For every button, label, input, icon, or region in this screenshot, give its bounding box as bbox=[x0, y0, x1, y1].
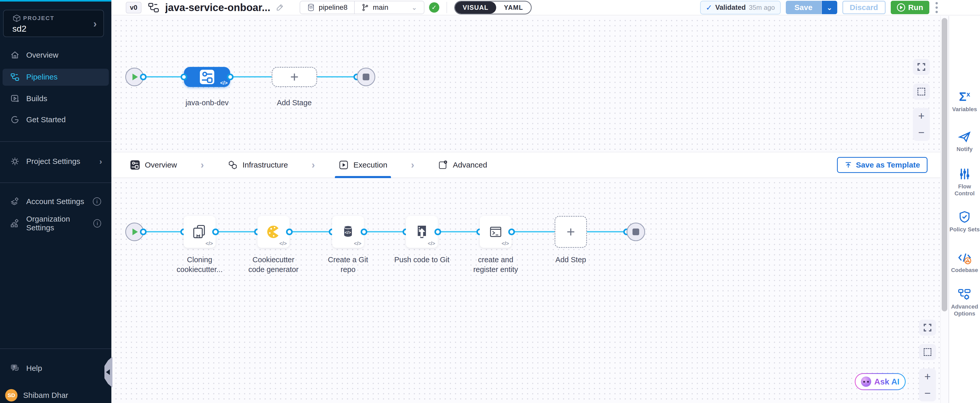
sidebar-item-builds[interactable]: Builds bbox=[0, 90, 111, 107]
collapse-arrow-icon bbox=[106, 369, 110, 375]
sidebar-item-get-started[interactable]: Get Started bbox=[0, 112, 111, 128]
toolbar-item-advanced-options[interactable]: Advanced Options bbox=[949, 287, 980, 317]
vertical-scrollbar[interactable] bbox=[940, 16, 949, 403]
execution-end-node[interactable] bbox=[627, 223, 645, 241]
user-menu[interactable]: SD Shibam Dhar bbox=[0, 387, 111, 403]
code-badge-icon: </> bbox=[354, 241, 361, 247]
tab-infrastructure[interactable]: Infrastructure bbox=[226, 152, 290, 178]
version-badge: v0 bbox=[126, 2, 142, 13]
toolbar-item-variables[interactable]: Σx Variables bbox=[949, 89, 980, 113]
fullscreen-icon bbox=[917, 62, 926, 71]
pipeline-file-segment[interactable]: </> pipeline8 bbox=[300, 1, 354, 14]
toolbar-item-codebase[interactable]: Codebase bbox=[949, 250, 980, 274]
tab-execution[interactable]: Execution bbox=[337, 152, 389, 178]
execution-graph-canvas[interactable]: </> Cloning cookiecutter... </> Cookiecu… bbox=[111, 178, 941, 403]
run-button[interactable]: Run bbox=[891, 1, 929, 14]
pipeline-end-node[interactable] bbox=[357, 68, 375, 86]
pipeline-gear-icon bbox=[958, 287, 971, 301]
sidebar-item-help[interactable]: ? Help bbox=[0, 360, 111, 376]
info-icon[interactable]: i bbox=[93, 198, 101, 205]
sidebar-item-project-settings[interactable]: Project Settings › bbox=[0, 153, 111, 170]
canvas-fullscreen-button[interactable] bbox=[919, 320, 936, 336]
validation-status[interactable]: ✓ Validated 35m ago bbox=[700, 1, 781, 14]
builds-icon bbox=[10, 94, 19, 103]
zoom-in-button[interactable]: + bbox=[918, 111, 925, 121]
toolbar-label: Notify bbox=[949, 146, 980, 153]
connector-dot[interactable] bbox=[227, 73, 234, 80]
hexagons-icon bbox=[228, 160, 238, 170]
add-stage-button[interactable]: + bbox=[272, 67, 317, 87]
pipeline-source-selector[interactable]: </> pipeline8 main ⌄ bbox=[300, 1, 425, 14]
sidebar-item-organization-settings[interactable]: Organization Settings i bbox=[0, 215, 111, 232]
connector-dot[interactable] bbox=[212, 229, 219, 235]
toggle-yaml[interactable]: YAML bbox=[496, 2, 531, 14]
step-create-register-entity[interactable]: </> bbox=[480, 216, 512, 248]
tab-overview[interactable]: Overview bbox=[128, 152, 178, 178]
board-gear-icon bbox=[438, 160, 448, 170]
connector-dot[interactable] bbox=[181, 73, 187, 80]
tab-advanced[interactable]: Advanced bbox=[436, 152, 488, 178]
more-options-kebab[interactable] bbox=[934, 1, 939, 14]
sidebar-item-label: Organization Settings bbox=[26, 215, 93, 232]
connector-dot[interactable] bbox=[286, 229, 293, 235]
zoom-out-button[interactable]: − bbox=[918, 127, 925, 138]
stage-graph-canvas[interactable]: </> java-onb-dev + Add Stage + − bbox=[111, 16, 941, 152]
project-selector[interactable]: PROJECT sd2 › bbox=[3, 10, 104, 37]
shield-check-icon bbox=[958, 210, 971, 223]
play-square-icon bbox=[339, 160, 349, 170]
connector-dot[interactable] bbox=[140, 73, 146, 80]
sidebar-item-account-settings[interactable]: Account Settings i bbox=[0, 193, 111, 210]
canvas-select-button[interactable] bbox=[919, 344, 936, 360]
step-create-git-repo[interactable]: </> </> bbox=[332, 216, 364, 248]
code-badge-icon: </> bbox=[220, 80, 228, 86]
step-cloning-cookiecutter[interactable]: </> bbox=[184, 216, 216, 248]
step-cookiecutter-generator[interactable]: </> bbox=[258, 216, 290, 248]
toolbar-label: Policy Sets bbox=[949, 226, 980, 233]
step-push-code-to-git[interactable]: </> bbox=[406, 216, 438, 248]
sidebar-item-overview[interactable]: Overview bbox=[0, 47, 111, 63]
branch-segment[interactable]: main ⌄ bbox=[355, 1, 424, 14]
scrollbar-thumb[interactable] bbox=[942, 18, 947, 311]
canvas-select-button[interactable] bbox=[913, 84, 930, 100]
bucket-code-icon: </> bbox=[340, 224, 356, 240]
run-label: Run bbox=[908, 3, 923, 12]
visual-yaml-toggle: VISUAL YAML bbox=[454, 1, 532, 14]
add-step-button[interactable]: + bbox=[555, 216, 587, 248]
code-badge-icon: </> bbox=[205, 241, 213, 247]
toolbar-label: Advanced Options bbox=[949, 303, 980, 317]
save-as-template-button[interactable]: Save as Template bbox=[837, 157, 928, 173]
zoom-out-button[interactable]: − bbox=[924, 388, 931, 399]
toggle-visual[interactable]: VISUAL bbox=[455, 2, 496, 14]
discard-button[interactable]: Discard bbox=[842, 1, 886, 14]
code-badge-icon: </> bbox=[501, 241, 509, 247]
chevron-down-icon: ⌄ bbox=[826, 3, 832, 12]
svg-text:</>: </> bbox=[309, 6, 313, 9]
branch-name: main bbox=[373, 3, 388, 11]
canvas-fullscreen-button[interactable] bbox=[913, 59, 930, 75]
connector-dot[interactable] bbox=[434, 229, 441, 235]
sidebar-item-pipelines[interactable]: Pipelines bbox=[0, 69, 111, 85]
step-label: create and register entity bbox=[468, 255, 524, 274]
toolbar-item-notify[interactable]: Notify bbox=[949, 129, 980, 153]
edit-pencil-icon[interactable] bbox=[275, 3, 284, 12]
stage-node-java-onb-dev[interactable]: </> bbox=[184, 67, 230, 87]
selection-icon bbox=[924, 348, 931, 356]
ask-ai-button[interactable]: Ask AI bbox=[855, 373, 906, 390]
canvas-zoom-control: + − bbox=[919, 368, 936, 401]
toolbar-item-flow-control[interactable]: Flow Control bbox=[949, 167, 980, 197]
connector-dot[interactable] bbox=[508, 229, 515, 235]
save-button[interactable]: Save bbox=[786, 1, 821, 14]
connector-dot[interactable] bbox=[140, 229, 146, 235]
paper-plane-icon bbox=[958, 130, 971, 143]
user-name: Shibam Dhar bbox=[23, 391, 68, 400]
canvas-zoom-control: + − bbox=[913, 108, 930, 141]
step-label: Create a Git repo bbox=[320, 255, 376, 274]
toolbar-item-policy-sets[interactable]: Policy Sets bbox=[949, 209, 980, 233]
connector-dot[interactable] bbox=[361, 229, 367, 235]
save-split-button: Save ⌄ bbox=[786, 1, 837, 14]
left-sidebar: PROJECT sd2 › Overview Pipelines Builds … bbox=[0, 0, 111, 403]
info-icon[interactable]: i bbox=[93, 219, 101, 228]
project-name: sd2 bbox=[12, 24, 27, 34]
save-options-button[interactable]: ⌄ bbox=[821, 1, 837, 14]
zoom-in-button[interactable]: + bbox=[924, 371, 931, 382]
